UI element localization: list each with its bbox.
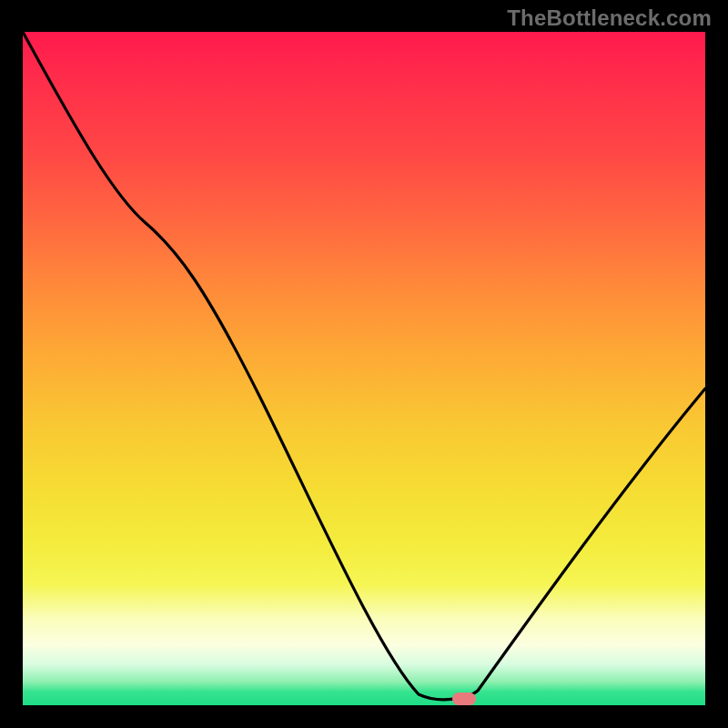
source-caption: TheBottleneck.com — [507, 5, 712, 31]
plot-area — [23, 32, 705, 705]
bottleneck-curve — [23, 32, 705, 700]
chart-container: TheBottleneck.com — [0, 0, 728, 728]
curve-layer — [23, 32, 705, 705]
optimal-point-marker — [452, 693, 476, 705]
